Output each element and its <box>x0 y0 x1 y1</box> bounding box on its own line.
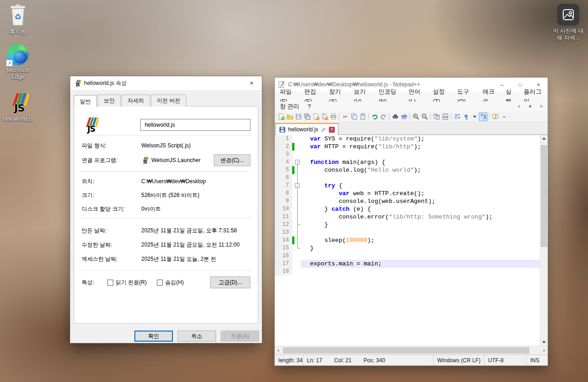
desktop-icon-helloworld-js[interactable]: JS helloworld.js <box>0 92 36 123</box>
editor-line[interactable]: 1var SYS = require("lib/system"); <box>275 135 540 143</box>
editor-line[interactable]: 12 } <box>275 221 540 229</box>
editor-line[interactable]: 13 <box>275 229 540 236</box>
scroll-right-icon[interactable]: › <box>540 346 548 354</box>
tab-general[interactable]: 일반 <box>74 95 97 107</box>
fold-margin[interactable] <box>294 143 301 151</box>
print-icon[interactable] <box>329 112 338 121</box>
editor-line[interactable]: 3 <box>275 151 540 158</box>
vertical-scrollbar[interactable] <box>540 135 548 346</box>
show-all-characters-icon[interactable]: ¶ <box>461 112 470 121</box>
redo-icon[interactable] <box>379 112 388 121</box>
monitor-icon[interactable] <box>491 112 499 121</box>
desktop-icon-recycle-bin[interactable]: ♻ 휴지통 <box>0 4 36 35</box>
fold-margin[interactable] <box>294 221 301 229</box>
editor-line[interactable]: 8 var web = HTTP.create(); <box>275 190 540 197</box>
ok-button[interactable]: 확인 <box>134 331 173 342</box>
scroll-up-icon[interactable] <box>540 135 548 142</box>
change-button[interactable]: 변경(C)... <box>214 154 250 166</box>
code-editor[interactable]: 1var SYS = require("lib/system");2var HT… <box>275 135 548 346</box>
editor-line[interactable]: 4-function main(args) { <box>275 158 540 166</box>
horizontal-scroll-thumb[interactable] <box>283 347 529 354</box>
editor-line[interactable]: 2var HTTP = require("lib/http"); <box>275 143 540 151</box>
fold-margin[interactable] <box>294 236 301 244</box>
close-tab-icon[interactable]: × <box>539 103 543 110</box>
readonly-checkbox[interactable] <box>107 280 113 286</box>
tab-previous-versions[interactable]: 이전 버전 <box>151 95 186 107</box>
new-file-icon[interactable] <box>277 112 285 121</box>
editor-line[interactable]: 6 <box>275 174 540 182</box>
find-icon[interactable] <box>391 112 399 121</box>
zoom-in-icon[interactable] <box>411 112 420 121</box>
pin-icon[interactable] <box>321 127 327 133</box>
hidden-checkbox-group[interactable]: 숨김(H) <box>157 279 184 286</box>
editor-line[interactable]: 5 console.log("Hello world"); <box>275 166 540 174</box>
fold-margin[interactable] <box>294 197 301 205</box>
copy-icon[interactable] <box>349 112 358 121</box>
advanced-button[interactable]: 고급(D)... <box>210 276 250 288</box>
tab-security[interactable]: 보안 <box>98 95 121 107</box>
status-encoding[interactable]: UTF-8 <box>484 355 527 365</box>
filename-input[interactable] <box>140 119 250 131</box>
desktop-icon-spotlight[interactable]: 이 사진에 대해 자세... <box>550 4 586 41</box>
fold-margin[interactable] <box>294 252 301 260</box>
editor-line[interactable]: 11 console.error("lib/http: Something wr… <box>275 213 540 221</box>
fold-margin[interactable] <box>294 229 301 236</box>
indent-guide-icon[interactable] <box>479 112 488 121</box>
fold-margin[interactable] <box>294 151 301 158</box>
tab-details[interactable]: 자세히 <box>122 95 150 107</box>
desktop-icon-microsoft-edge[interactable]: ↗ Microsoft Edge <box>0 44 36 81</box>
overflow-icon[interactable]: » <box>499 112 508 121</box>
paste-icon[interactable] <box>358 112 367 121</box>
fold-margin[interactable] <box>294 205 301 213</box>
dialog-titlebar[interactable]: JS helloworld.js 속성 × <box>70 76 262 90</box>
editor-line[interactable]: 10 } catch (e) { <box>275 205 540 213</box>
cancel-button[interactable]: 취소 <box>178 331 216 342</box>
editor-line[interactable]: 16 <box>275 252 540 260</box>
tab-helloworld-js[interactable]: helloworld.js × <box>275 123 338 135</box>
new-tab-icon[interactable]: + <box>517 103 521 110</box>
dialog-close-icon[interactable]: × <box>241 77 262 90</box>
editor-line[interactable]: 7- try { <box>275 182 540 190</box>
zoom-out-icon[interactable] <box>420 112 429 121</box>
close-all-icon[interactable] <box>320 112 329 121</box>
fold-margin[interactable] <box>294 174 301 182</box>
menu-item[interactable]: 창 관리 <box>276 101 304 111</box>
editor-line[interactable]: 17exports.main = main; <box>275 260 540 268</box>
fold-margin[interactable] <box>294 190 301 197</box>
word-wrap-icon[interactable] <box>453 112 461 121</box>
tab-close-icon[interactable]: × <box>329 127 335 133</box>
hidden-checkbox[interactable] <box>157 280 163 286</box>
undo-icon[interactable] <box>370 112 379 121</box>
cut-icon[interactable]: ✂ <box>341 112 349 121</box>
dropdown-icon[interactable] <box>470 112 479 121</box>
fold-margin[interactable] <box>294 213 301 221</box>
fold-margin[interactable] <box>294 244 301 252</box>
editor-line[interactable]: 14 sleep(100000); <box>275 236 540 244</box>
fold-margin[interactable] <box>294 135 301 143</box>
horizontal-scrollbar[interactable]: ‹ › <box>275 346 548 354</box>
scroll-down-icon[interactable] <box>540 339 548 346</box>
fold-margin[interactable]: - <box>294 182 301 190</box>
status-eol[interactable]: Windows (CR LF) <box>433 355 484 365</box>
editor-line[interactable]: 18 <box>275 268 540 275</box>
readonly-checkbox-group[interactable]: 읽기 전용(R) <box>107 279 147 286</box>
fold-margin[interactable] <box>294 166 301 174</box>
tab-list-dropdown-icon[interactable]: ▼ <box>528 104 532 109</box>
menu-item[interactable]: ? <box>304 101 315 111</box>
open-icon[interactable] <box>285 112 294 121</box>
save-icon[interactable] <box>294 112 303 121</box>
editor-line[interactable]: 15} <box>275 244 540 252</box>
vertical-scroll-thumb[interactable] <box>541 145 547 247</box>
fold-margin[interactable]: - <box>294 158 301 166</box>
scroll-left-icon[interactable]: ‹ <box>275 346 282 354</box>
replace-icon[interactable]: ab <box>399 112 408 121</box>
sync-vertical-icon[interactable] <box>432 112 441 121</box>
fold-margin[interactable] <box>294 260 301 268</box>
save-all-icon[interactable] <box>303 112 311 121</box>
fold-margin[interactable] <box>294 268 301 275</box>
editor-line[interactable]: 9 console.log(web.userAgent); <box>275 197 540 205</box>
close-icon[interactable] <box>311 112 320 121</box>
sync-horizontal-icon[interactable] <box>441 112 449 121</box>
file-type-value: WelsonJS Script(.js) <box>141 142 191 149</box>
status-insert-mode[interactable]: INS <box>527 355 548 365</box>
